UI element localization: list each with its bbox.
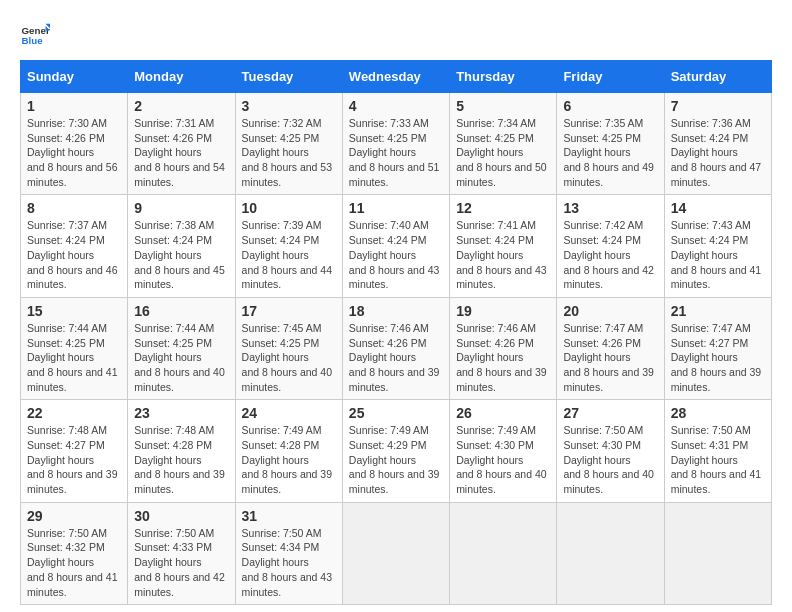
- day-info: Sunrise: 7:46 AMSunset: 4:26 PMDaylight …: [456, 322, 547, 393]
- logo-icon: General Blue: [20, 20, 50, 50]
- day-number: 22: [27, 405, 121, 421]
- day-info: Sunrise: 7:49 AMSunset: 4:28 PMDaylight …: [242, 424, 333, 495]
- calendar-cell: 3 Sunrise: 7:32 AMSunset: 4:25 PMDayligh…: [235, 93, 342, 195]
- day-number: 2: [134, 98, 228, 114]
- calendar-cell: 8 Sunrise: 7:37 AMSunset: 4:24 PMDayligh…: [21, 195, 128, 297]
- day-info: Sunrise: 7:41 AMSunset: 4:24 PMDaylight …: [456, 219, 547, 290]
- weekday-header-tuesday: Tuesday: [235, 61, 342, 93]
- day-number: 25: [349, 405, 443, 421]
- day-number: 26: [456, 405, 550, 421]
- calendar-header-row: SundayMondayTuesdayWednesdayThursdayFrid…: [21, 61, 772, 93]
- calendar-cell: 27 Sunrise: 7:50 AMSunset: 4:30 PMDaylig…: [557, 400, 664, 502]
- day-info: Sunrise: 7:35 AMSunset: 4:25 PMDaylight …: [563, 117, 654, 188]
- calendar-cell: 10 Sunrise: 7:39 AMSunset: 4:24 PMDaylig…: [235, 195, 342, 297]
- calendar-cell: 7 Sunrise: 7:36 AMSunset: 4:24 PMDayligh…: [664, 93, 771, 195]
- day-number: 30: [134, 508, 228, 524]
- day-number: 21: [671, 303, 765, 319]
- calendar-cell: 21 Sunrise: 7:47 AMSunset: 4:27 PMDaylig…: [664, 297, 771, 399]
- day-info: Sunrise: 7:50 AMSunset: 4:33 PMDaylight …: [134, 527, 225, 598]
- day-info: Sunrise: 7:43 AMSunset: 4:24 PMDaylight …: [671, 219, 762, 290]
- day-number: 4: [349, 98, 443, 114]
- day-number: 20: [563, 303, 657, 319]
- calendar-cell: [664, 502, 771, 604]
- day-info: Sunrise: 7:50 AMSunset: 4:30 PMDaylight …: [563, 424, 654, 495]
- day-number: 17: [242, 303, 336, 319]
- calendar-week-row: 1 Sunrise: 7:30 AMSunset: 4:26 PMDayligh…: [21, 93, 772, 195]
- day-number: 29: [27, 508, 121, 524]
- day-info: Sunrise: 7:30 AMSunset: 4:26 PMDaylight …: [27, 117, 118, 188]
- day-number: 18: [349, 303, 443, 319]
- day-number: 5: [456, 98, 550, 114]
- day-number: 24: [242, 405, 336, 421]
- calendar-cell: 18 Sunrise: 7:46 AMSunset: 4:26 PMDaylig…: [342, 297, 449, 399]
- day-info: Sunrise: 7:38 AMSunset: 4:24 PMDaylight …: [134, 219, 225, 290]
- calendar-week-row: 15 Sunrise: 7:44 AMSunset: 4:25 PMDaylig…: [21, 297, 772, 399]
- calendar-cell: 2 Sunrise: 7:31 AMSunset: 4:26 PMDayligh…: [128, 93, 235, 195]
- day-info: Sunrise: 7:44 AMSunset: 4:25 PMDaylight …: [134, 322, 225, 393]
- day-info: Sunrise: 7:48 AMSunset: 4:28 PMDaylight …: [134, 424, 225, 495]
- logo: General Blue: [20, 20, 54, 50]
- day-number: 14: [671, 200, 765, 216]
- day-info: Sunrise: 7:32 AMSunset: 4:25 PMDaylight …: [242, 117, 333, 188]
- calendar-cell: 17 Sunrise: 7:45 AMSunset: 4:25 PMDaylig…: [235, 297, 342, 399]
- calendar-cell: [342, 502, 449, 604]
- day-info: Sunrise: 7:42 AMSunset: 4:24 PMDaylight …: [563, 219, 654, 290]
- day-info: Sunrise: 7:49 AMSunset: 4:30 PMDaylight …: [456, 424, 547, 495]
- day-number: 7: [671, 98, 765, 114]
- day-info: Sunrise: 7:31 AMSunset: 4:26 PMDaylight …: [134, 117, 225, 188]
- calendar-cell: 1 Sunrise: 7:30 AMSunset: 4:26 PMDayligh…: [21, 93, 128, 195]
- day-number: 11: [349, 200, 443, 216]
- calendar-cell: [557, 502, 664, 604]
- calendar-cell: 31 Sunrise: 7:50 AMSunset: 4:34 PMDaylig…: [235, 502, 342, 604]
- calendar-cell: 19 Sunrise: 7:46 AMSunset: 4:26 PMDaylig…: [450, 297, 557, 399]
- day-number: 10: [242, 200, 336, 216]
- day-info: Sunrise: 7:36 AMSunset: 4:24 PMDaylight …: [671, 117, 762, 188]
- day-number: 9: [134, 200, 228, 216]
- calendar-cell: 28 Sunrise: 7:50 AMSunset: 4:31 PMDaylig…: [664, 400, 771, 502]
- calendar-cell: 24 Sunrise: 7:49 AMSunset: 4:28 PMDaylig…: [235, 400, 342, 502]
- day-info: Sunrise: 7:45 AMSunset: 4:25 PMDaylight …: [242, 322, 333, 393]
- calendar-cell: 11 Sunrise: 7:40 AMSunset: 4:24 PMDaylig…: [342, 195, 449, 297]
- day-number: 12: [456, 200, 550, 216]
- day-info: Sunrise: 7:47 AMSunset: 4:26 PMDaylight …: [563, 322, 654, 393]
- calendar-week-row: 22 Sunrise: 7:48 AMSunset: 4:27 PMDaylig…: [21, 400, 772, 502]
- day-info: Sunrise: 7:48 AMSunset: 4:27 PMDaylight …: [27, 424, 118, 495]
- calendar-cell: 15 Sunrise: 7:44 AMSunset: 4:25 PMDaylig…: [21, 297, 128, 399]
- calendar-cell: 29 Sunrise: 7:50 AMSunset: 4:32 PMDaylig…: [21, 502, 128, 604]
- calendar-week-row: 8 Sunrise: 7:37 AMSunset: 4:24 PMDayligh…: [21, 195, 772, 297]
- calendar-cell: 4 Sunrise: 7:33 AMSunset: 4:25 PMDayligh…: [342, 93, 449, 195]
- calendar-cell: 9 Sunrise: 7:38 AMSunset: 4:24 PMDayligh…: [128, 195, 235, 297]
- svg-text:Blue: Blue: [22, 35, 44, 46]
- day-number: 8: [27, 200, 121, 216]
- day-info: Sunrise: 7:44 AMSunset: 4:25 PMDaylight …: [27, 322, 118, 393]
- day-info: Sunrise: 7:50 AMSunset: 4:31 PMDaylight …: [671, 424, 762, 495]
- weekday-header-wednesday: Wednesday: [342, 61, 449, 93]
- day-info: Sunrise: 7:46 AMSunset: 4:26 PMDaylight …: [349, 322, 440, 393]
- day-number: 31: [242, 508, 336, 524]
- day-number: 3: [242, 98, 336, 114]
- day-number: 16: [134, 303, 228, 319]
- day-info: Sunrise: 7:50 AMSunset: 4:32 PMDaylight …: [27, 527, 118, 598]
- weekday-header-friday: Friday: [557, 61, 664, 93]
- day-info: Sunrise: 7:34 AMSunset: 4:25 PMDaylight …: [456, 117, 547, 188]
- day-info: Sunrise: 7:37 AMSunset: 4:24 PMDaylight …: [27, 219, 118, 290]
- day-info: Sunrise: 7:40 AMSunset: 4:24 PMDaylight …: [349, 219, 440, 290]
- day-info: Sunrise: 7:50 AMSunset: 4:34 PMDaylight …: [242, 527, 333, 598]
- calendar-cell: [450, 502, 557, 604]
- calendar-cell: 6 Sunrise: 7:35 AMSunset: 4:25 PMDayligh…: [557, 93, 664, 195]
- calendar-cell: 13 Sunrise: 7:42 AMSunset: 4:24 PMDaylig…: [557, 195, 664, 297]
- day-number: 27: [563, 405, 657, 421]
- weekday-header-sunday: Sunday: [21, 61, 128, 93]
- calendar-cell: 23 Sunrise: 7:48 AMSunset: 4:28 PMDaylig…: [128, 400, 235, 502]
- weekday-header-thursday: Thursday: [450, 61, 557, 93]
- day-number: 1: [27, 98, 121, 114]
- day-info: Sunrise: 7:39 AMSunset: 4:24 PMDaylight …: [242, 219, 333, 290]
- day-number: 19: [456, 303, 550, 319]
- day-number: 6: [563, 98, 657, 114]
- calendar-cell: 12 Sunrise: 7:41 AMSunset: 4:24 PMDaylig…: [450, 195, 557, 297]
- calendar-cell: 20 Sunrise: 7:47 AMSunset: 4:26 PMDaylig…: [557, 297, 664, 399]
- calendar-cell: 5 Sunrise: 7:34 AMSunset: 4:25 PMDayligh…: [450, 93, 557, 195]
- day-info: Sunrise: 7:47 AMSunset: 4:27 PMDaylight …: [671, 322, 762, 393]
- weekday-header-saturday: Saturday: [664, 61, 771, 93]
- day-number: 15: [27, 303, 121, 319]
